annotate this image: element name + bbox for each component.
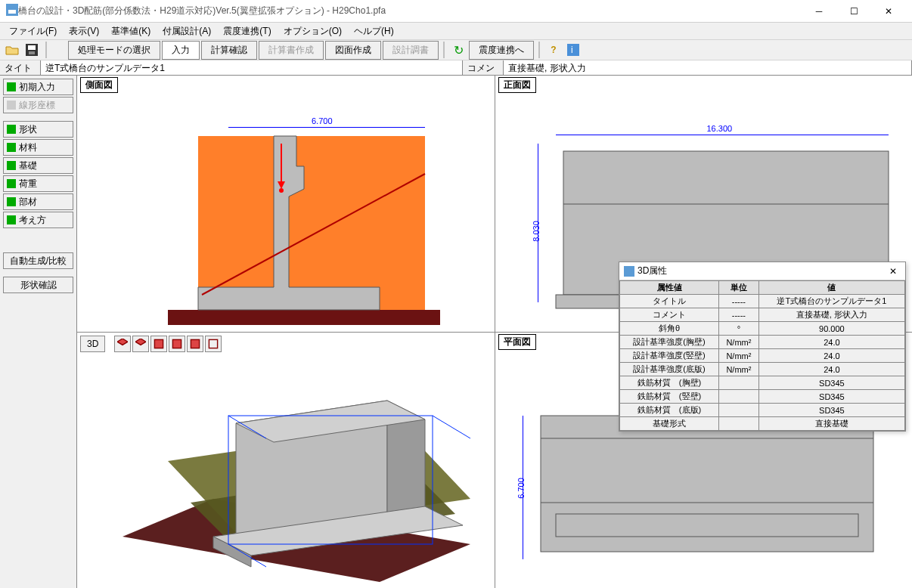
panel-title: 3D属性 <box>637 265 667 277</box>
table-row: 斜角θ°90.000 <box>620 322 905 336</box>
sidebar-member[interactable]: 部材 <box>3 193 73 210</box>
table-row: 設計基準強度(底版)N/mm²24.0 <box>620 363 905 376</box>
open-button[interactable] <box>3 41 21 59</box>
svg-text:i: i <box>571 45 573 55</box>
col-unit: 単位 <box>719 281 759 295</box>
table-row: 鉄筋材質 (底版)SD345 <box>620 404 905 417</box>
sidebar-thinking[interactable]: 考え方 <box>3 212 73 228</box>
menu-attach[interactable]: 付属設計(A) <box>157 23 217 39</box>
refresh-icon[interactable]: ↻ <box>449 41 467 59</box>
tab-spec[interactable]: 設計調書 <box>383 41 439 60</box>
tab-drawing[interactable]: 図面作成 <box>325 41 381 60</box>
title-label: タイトル: <box>0 60 41 75</box>
table-row: コメント-----直接基礎, 形状入力 <box>620 308 905 322</box>
info-bar: タイトル: 逆T式橋台のサンプルデータ1 コメント: 直接基礎, 形状入力 <box>0 60 912 76</box>
tab-check[interactable]: 計算確認 <box>201 41 257 60</box>
save-button[interactable] <box>23 41 41 59</box>
menu-help[interactable]: ヘルプ(H) <box>348 23 400 39</box>
menu-file[interactable]: ファイル(F) <box>3 23 63 39</box>
svg-rect-38 <box>556 514 858 537</box>
svg-rect-3 <box>28 45 36 50</box>
viewport-3d[interactable]: 3D <box>77 333 495 589</box>
dim-plan-height: 6.700 <box>516 478 525 499</box>
dim-front-height: 8.030 <box>531 221 540 242</box>
panel-icon <box>624 266 634 277</box>
menu-option[interactable]: オプション(O) <box>278 23 348 39</box>
col-val: 値 <box>758 281 904 295</box>
svg-rect-20 <box>173 339 181 348</box>
attributes-table: 属性値 単位 値 タイトル-----逆T式橋台のサンプルデータ1コメント----… <box>619 280 905 431</box>
panel-close-button[interactable]: ✕ <box>886 266 901 277</box>
titlebar: 橋台の設計・3D配筋(部分係数法・H29道示対応)Ver.5(翼壁拡張オプション… <box>0 0 912 23</box>
table-row: 鉄筋材質 (竪壁)SD345 <box>620 390 905 404</box>
svg-rect-19 <box>155 339 163 348</box>
front-view-label: 正面図 <box>498 77 536 93</box>
tab-mode[interactable]: 処理モードの選択 <box>68 41 160 60</box>
table-row: 設計基準強度(竪壁)N/mm²24.0 <box>620 349 905 363</box>
viewport-side[interactable]: 側面図 6.700 8.030 <box>77 76 495 332</box>
comment-label: コメント: <box>463 60 504 75</box>
view-wire-icon[interactable] <box>205 336 222 352</box>
side-view-label: 側面図 <box>80 77 118 93</box>
table-row: 鉄筋材質 (胸壁)SD345 <box>620 376 905 390</box>
sidebar-foundation[interactable]: 基礎 <box>3 157 73 174</box>
sidebar-shapecheck[interactable]: 形状確認 <box>3 277 73 293</box>
panel-3d-attributes[interactable]: 3D属性 ✕ 属性値 単位 値 タイトル-----逆T式橋台のサンプルデータ1コ… <box>619 262 906 432</box>
svg-marker-17 <box>117 339 128 345</box>
plan-drawing <box>526 408 889 589</box>
view-side-icon[interactable] <box>169 336 185 352</box>
svg-rect-7 <box>198 136 425 310</box>
view-front-icon[interactable] <box>150 336 167 352</box>
col-attr: 属性値 <box>620 281 719 295</box>
info-icon[interactable]: i <box>564 41 582 59</box>
side-elevation-drawing <box>168 121 440 332</box>
view-iso1-icon[interactable] <box>114 336 131 352</box>
comment-value: 直接基礎, 形状入力 <box>504 60 912 75</box>
sidebar: 初期入力 線形座標 形状 材料 基礎 荷重 部材 考え方 自動生成/比較 形状確… <box>0 76 77 588</box>
3d-label-button[interactable]: 3D <box>80 336 105 352</box>
window-title: 橋台の設計・3D配筋(部分係数法・H29道示対応)Ver.5(翼壁拡張オプション… <box>18 5 802 17</box>
minimize-button[interactable]: ─ <box>802 0 836 23</box>
menu-std[interactable]: 基準値(K) <box>105 23 157 39</box>
view-iso2-icon[interactable] <box>132 336 149 352</box>
svg-rect-5 <box>567 44 579 56</box>
3d-render <box>77 355 493 589</box>
app-icon <box>6 4 18 18</box>
tab-report[interactable]: 計算書作成 <box>259 41 324 60</box>
sidebar-load[interactable]: 荷重 <box>3 175 73 192</box>
tab-input[interactable]: 入力 <box>162 41 200 60</box>
close-button[interactable]: ✕ <box>871 0 906 23</box>
title-value: 逆T式橋台のサンプルデータ1 <box>41 60 463 75</box>
toolbar: 処理モードの選択 入力 計算確認 計算書作成 図面作成 設計調書 ↻ 震度連携へ… <box>0 39 912 60</box>
svg-rect-8 <box>168 310 440 325</box>
table-row: 設計基準強度(胸壁)N/mm²24.0 <box>620 336 905 349</box>
sidebar-init[interactable]: 初期入力 <box>3 79 73 95</box>
svg-rect-1 <box>8 10 16 14</box>
svg-line-33 <box>433 416 470 438</box>
plan-view-label: 平面図 <box>498 334 536 350</box>
svg-rect-22 <box>209 339 218 348</box>
svg-rect-4 <box>29 51 35 54</box>
help-icon[interactable]: ? <box>544 41 563 59</box>
view-top-icon[interactable] <box>187 336 203 352</box>
table-row: 基礎形式直接基礎 <box>620 417 905 431</box>
menu-view[interactable]: 表示(V) <box>63 23 105 39</box>
svg-rect-21 <box>191 339 200 348</box>
tab-seismic-link[interactable]: 震度連携へ <box>469 41 534 60</box>
sidebar-autogen[interactable]: 自動生成/比較 <box>3 252 73 269</box>
svg-point-13 <box>279 188 284 193</box>
menubar: ファイル(F) 表示(V) 基準値(K) 付属設計(A) 震度連携(T) オプシ… <box>0 23 912 39</box>
sidebar-linecoord[interactable]: 線形座標 <box>3 97 73 113</box>
sidebar-material[interactable]: 材料 <box>3 139 73 156</box>
svg-rect-39 <box>624 266 634 277</box>
menu-seismic[interactable]: 震度連携(T) <box>217 23 277 39</box>
maximize-button[interactable]: ☐ <box>836 0 871 23</box>
table-row: タイトル-----逆T式橋台のサンプルデータ1 <box>620 295 905 308</box>
sidebar-shape[interactable]: 形状 <box>3 121 73 138</box>
panel-titlebar[interactable]: 3D属性 ✕ <box>619 262 905 280</box>
svg-marker-18 <box>135 339 146 345</box>
